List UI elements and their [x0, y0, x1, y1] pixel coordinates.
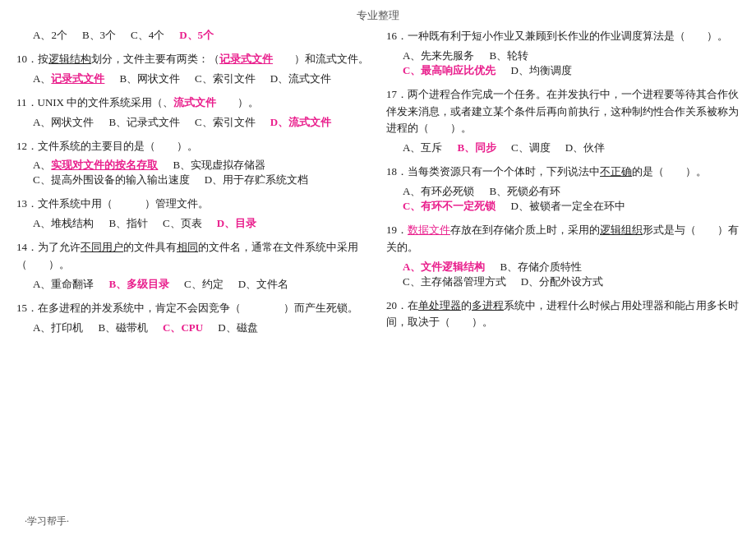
q15-opt-a: A、打印机 [33, 321, 83, 335]
q10-opt-d: D、流式文件 [270, 71, 331, 86]
q14-opt-d: D、文件名 [238, 277, 288, 292]
right-column: 16．一种既有利于短小作业又兼顾到长作业的作业调度算法是（ ）。 A、先来先服务… [378, 28, 740, 344]
q18-opt-c: C、有环不一定死锁 [403, 199, 496, 214]
q18-options: A、有环必死锁 B、死锁必有环 C、有环不一定死锁 D、被锁者一定全在环中 [386, 184, 740, 214]
q12-options: A、实现对文件的按名存取 B、实现虚拟存储器 C、提高外围设备的输入输出速度 D… [16, 158, 370, 187]
question-16: 16．一种既有利于短小作业又兼顾到长作业的作业调度算法是（ ）。 A、先来先服务… [386, 28, 740, 78]
q12-opt-row2: C、提高外围设备的输入输出速度 D、用于存贮系统文档 [33, 173, 370, 187]
q14-opt-a: A、重命翻译 [33, 277, 94, 292]
q17-options: A、互斥 B、同步 C、调度 D、伙伴 [386, 141, 740, 155]
q12-opt-c: C、提高外围设备的输入输出速度 [33, 173, 190, 187]
question-13: 13．文件系统中用（ ）管理文件。 A、堆栈结构 B、指针 C、页表 D、目录 [16, 196, 370, 231]
q16-opt-row2: C、最高响应比优先 D、均衡调度 [403, 63, 740, 78]
q15-opt-b: B、磁带机 [98, 321, 148, 335]
q13-opt-d: D、目录 [217, 216, 256, 231]
q10-options: A、记录式文件 B、网状文件 C、索引文件 D、流式文件 [16, 71, 370, 86]
q16-opt-c: C、最高响应比优先 [403, 63, 496, 78]
q17-text: 17．两个进程合作完成一个任务。在并发执行中，一个进程要等待其合作伙伴发来消息，… [386, 86, 740, 137]
q11-options: A、网状文件 B、记录式文件 C、索引文件 D、流式文件 [16, 115, 370, 130]
q17-opt-d: D、伙伴 [565, 141, 605, 155]
q19-opt-row1: A、文件逻辑结构 B、存储介质特性 [403, 260, 740, 274]
q15-text: 15．在多进程的并发系统中，肯定不会因竞争（ ）而产生死锁。 [16, 300, 370, 317]
q14-text: 14．为了允许不同用户的文件具有相同的文件名，通常在文件系统中采用（ ）。 [16, 239, 370, 274]
q16-opt-b: B、轮转 [489, 48, 528, 63]
q11-opt-b: B、记录式文件 [108, 115, 180, 130]
options-top: A、2个 B、3个 C、4个 D、5个 [16, 28, 370, 43]
left-column: A、2个 B、3个 C、4个 D、5个 10．按逻辑结构划分，文件主要有两类：（… [16, 28, 378, 344]
q19-options: A、文件逻辑结构 B、存储介质特性 C、主存储器管理方式 D、分配外设方式 [386, 260, 740, 289]
q10-opt-c: C、索引文件 [195, 71, 256, 86]
q15-opt-d: D、磁盘 [218, 321, 257, 335]
question-19: 19．数据文件存放在到存储介质上时，采用的逻辑组织形式是与（ ）有关的。 A、文… [386, 222, 740, 289]
q11-opt-a: A、网状文件 [33, 115, 94, 130]
answer-top: A、2个 B、3个 C、4个 D、5个 [16, 28, 370, 43]
opt-d-correct: D、5个 [179, 28, 214, 43]
question-20: 20．在单处理器的多进程系统中，进程什么时候占用处理器和能占用多长时间，取决于（… [386, 297, 740, 332]
q16-opt-d: D、均衡调度 [510, 63, 571, 78]
q16-text: 16．一种既有利于短小作业又兼顾到长作业的作业调度算法是（ ）。 [386, 28, 740, 45]
q14-options: A、重命翻译 B、多级目录 C、约定 D、文件名 [16, 277, 370, 292]
opt-b: B、3个 [82, 28, 116, 43]
q18-opt-row1: A、有环必死锁 B、死锁必有环 [403, 184, 740, 199]
question-11: 11．UNIX 中的文件系统采用（、流式文件 ）。 A、网状文件 B、记录式文件… [16, 95, 370, 130]
q13-opt-a: A、堆栈结构 [33, 216, 94, 231]
opt-a: A、2个 [33, 28, 67, 43]
q19-opt-d: D、分配外设方式 [521, 274, 603, 289]
q17-opt-a: A、互斥 [403, 141, 442, 155]
question-14: 14．为了允许不同用户的文件具有相同的文件名，通常在文件系统中采用（ ）。 A、… [16, 239, 370, 292]
q12-opt-a: A、实现对文件的按名存取 [33, 158, 158, 173]
q19-opt-a: A、文件逻辑结构 [403, 260, 485, 274]
page-header: 专业整理 [0, 0, 756, 28]
q10-text: 10．按逻辑结构划分，文件主要有两类：（记录式文件 ）和流式文件。 [16, 51, 370, 68]
q19-text: 19．数据文件存放在到存储介质上时，采用的逻辑组织形式是与（ ）有关的。 [386, 222, 740, 256]
q16-opt-a: A、先来先服务 [403, 48, 474, 63]
q11-text: 11．UNIX 中的文件系统采用（、流式文件 ）。 [16, 95, 370, 112]
opt-c: C、4个 [131, 28, 164, 43]
q11-opt-d: D、流式文件 [270, 115, 331, 130]
q18-text: 18．当每类资源只有一个个体时，下列说法中不正确的是（ ）。 [386, 164, 740, 181]
q10-opt-b: B、网状文件 [119, 71, 180, 86]
q16-options: A、先来先服务 B、轮转 C、最高响应比优先 D、均衡调度 [386, 48, 740, 78]
q18-opt-b: B、死锁必有环 [489, 184, 560, 199]
q12-opt-row1: A、实现对文件的按名存取 B、实现虚拟存储器 [33, 158, 370, 173]
question-12: 12．文件系统的主要目的是（ ）。 A、实现对文件的按名存取 B、实现虚拟存储器… [16, 138, 370, 188]
q20-text: 20．在单处理器的多进程系统中，进程什么时候占用处理器和能占用多长时间，取决于（… [386, 297, 740, 332]
page-footer: ·学习帮手· [25, 514, 69, 528]
q13-options: A、堆栈结构 B、指针 C、页表 D、目录 [16, 216, 370, 231]
question-17: 17．两个进程合作完成一个任务。在并发执行中，一个进程要等待其合作伙伴发来消息，… [386, 86, 740, 155]
q18-opt-a: A、有环必死锁 [403, 184, 474, 199]
q12-text: 12．文件系统的主要目的是（ ）。 [16, 138, 370, 155]
q12-opt-d: D、用于存贮系统文档 [205, 173, 308, 187]
q12-opt-b: B、实现虚拟存储器 [173, 158, 265, 173]
question-10: 10．按逻辑结构划分，文件主要有两类：（记录式文件 ）和流式文件。 A、记录式文… [16, 51, 370, 86]
question-15: 15．在多进程的并发系统中，肯定不会因竞争（ ）而产生死锁。 A、打印机 B、磁… [16, 300, 370, 335]
q14-opt-b: B、多级目录 [108, 277, 169, 292]
q10-opt-a: A、记录式文件 [33, 71, 104, 86]
q19-opt-row2: C、主存储器管理方式 D、分配外设方式 [403, 274, 740, 289]
q19-opt-c: C、主存储器管理方式 [403, 274, 506, 289]
q19-opt-b: B、存储介质特性 [500, 260, 582, 274]
question-18: 18．当每类资源只有一个个体时，下列说法中不正确的是（ ）。 A、有环必死锁 B… [386, 164, 740, 214]
q16-opt-row1: A、先来先服务 B、轮转 [403, 48, 740, 63]
q13-opt-c: C、页表 [163, 216, 202, 231]
q15-options: A、打印机 B、磁带机 C、CPU D、磁盘 [16, 321, 370, 335]
q13-text: 13．文件系统中用（ ）管理文件。 [16, 196, 370, 213]
q17-opt-b: B、同步 [457, 141, 496, 155]
q15-opt-c: C、CPU [163, 321, 203, 335]
q11-opt-c: C、索引文件 [195, 115, 256, 130]
q18-opt-row2: C、有环不一定死锁 D、被锁者一定全在环中 [403, 199, 740, 214]
q18-opt-d: D、被锁者一定全在环中 [510, 199, 625, 214]
q14-opt-c: C、约定 [184, 277, 224, 292]
q13-opt-b: B、指针 [108, 216, 148, 231]
q17-opt-c: C、调度 [511, 141, 551, 155]
